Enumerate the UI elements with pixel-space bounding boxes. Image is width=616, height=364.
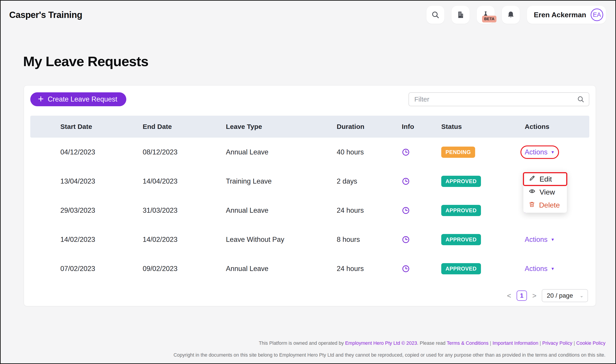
menu-item-delete-label: Delete <box>539 201 560 209</box>
column-header-end-date: End Date <box>143 123 226 130</box>
status-badge: PENDING <box>441 147 475 158</box>
user-menu-button[interactable]: Eren Ackerman EA <box>527 6 606 24</box>
column-header-actions: Actions <box>525 123 589 130</box>
user-name: Eren Ackerman <box>534 11 586 19</box>
table-row: 04/12/2023 08/12/2023 Annual Leave 40 ho… <box>30 138 589 167</box>
company-button[interactable] <box>452 6 469 24</box>
labs-button[interactable]: BETA <box>477 6 495 24</box>
footer: This Platform is owned and operated by E… <box>1 340 605 358</box>
plus-icon: + <box>38 94 44 104</box>
table-row: 07/02/2023 09/02/2023 Annual Leave 24 ho… <box>30 254 589 283</box>
chevron-down-icon: ▼ <box>551 237 555 242</box>
trash-icon <box>529 201 535 209</box>
eye-icon <box>529 188 536 196</box>
footer-text: . Please read <box>417 340 447 346</box>
cell-start-date: 07/02/2023 <box>60 265 143 273</box>
page-size-select[interactable]: 20 / page ⌄ <box>542 289 588 302</box>
status-badge: APPROVED <box>441 205 481 216</box>
cell-end-date: 31/03/2023 <box>143 207 226 214</box>
footer-line-1: This Platform is owned and operated by E… <box>1 340 605 347</box>
actions-label: Actions <box>525 235 548 244</box>
cell-start-date: 13/04/2023 <box>60 177 143 185</box>
status-cell: PENDING <box>441 147 525 158</box>
cell-duration: 8 hours <box>337 235 402 244</box>
page-title: My Leave Requests <box>23 53 615 70</box>
clock-icon[interactable] <box>402 265 441 273</box>
cookie-policy-link[interactable]: Cookie Policy <box>576 340 605 346</box>
search-icon <box>577 95 585 104</box>
clock-icon[interactable] <box>402 148 441 156</box>
create-leave-request-button[interactable]: + Create Leave Request <box>30 92 126 106</box>
page-size-value: 20 / page <box>547 292 573 299</box>
terms-conditions-link[interactable]: Terms & Conditions <box>447 340 488 346</box>
status-cell: APPROVED <box>441 263 525 274</box>
important-information-link[interactable]: Important Information <box>492 340 538 346</box>
beta-badge: BETA <box>482 16 496 22</box>
table-header-row: Start Date End Date Leave Type Duration … <box>30 116 589 138</box>
cell-duration: 40 hours <box>337 148 402 156</box>
actions-dropdown-button[interactable]: Actions ▼ <box>525 235 555 244</box>
actions-cell: Actions ▼ Edit <box>525 148 589 156</box>
create-leave-request-label: Create Leave Request <box>48 95 117 103</box>
pencil-icon <box>529 175 536 183</box>
bell-icon <box>507 11 515 19</box>
search-button[interactable] <box>427 6 444 24</box>
table-row: 29/03/2023 31/03/2023 Annual Leave 24 ho… <box>30 196 589 225</box>
filter-wrap <box>408 92 589 106</box>
topbar: Casper's Training BETA <box>1 1 615 25</box>
search-icon <box>431 11 440 19</box>
table-row: 13/04/2023 14/04/2023 Training Leave 2 d… <box>30 167 589 196</box>
status-badge: APPROVED <box>441 176 481 187</box>
status-badge: APPROVED <box>441 263 481 274</box>
status-cell: APPROVED <box>441 234 525 245</box>
column-header-leave-type: Leave Type <box>226 123 337 130</box>
footer-separator: | <box>489 340 493 346</box>
cell-duration: 24 hours <box>337 207 402 214</box>
actions-label: Actions <box>525 265 548 273</box>
footer-separator: | <box>538 340 542 346</box>
topbar-actions: BETA Eren Ackerman EA <box>427 6 606 24</box>
chevron-down-icon: ▼ <box>551 266 555 271</box>
column-header-status: Status <box>441 123 525 130</box>
cell-leave-type: Annual Leave <box>226 207 337 214</box>
table-row: 14/02/2023 14/02/2023 Leave Without Pay … <box>30 225 589 254</box>
previous-page-button[interactable]: < <box>507 292 511 300</box>
footer-text: This Platform is owned and operated by <box>259 340 345 346</box>
clock-icon[interactable] <box>402 207 441 214</box>
building-icon <box>456 10 465 19</box>
leave-requests-card: + Create Leave Request Start Date End Da… <box>24 85 596 306</box>
app-title: Casper's Training <box>9 10 82 20</box>
current-page-button[interactable]: 1 <box>517 290 527 301</box>
filter-input[interactable] <box>408 92 589 106</box>
cell-end-date: 08/12/2023 <box>143 148 226 156</box>
notifications-button[interactable] <box>502 6 520 24</box>
cell-leave-type: Leave Without Pay <box>226 235 337 244</box>
actions-label: Actions <box>525 148 548 156</box>
menu-item-delete[interactable]: Delete <box>523 199 567 212</box>
actions-cell: Actions ▼ <box>525 265 589 273</box>
cell-end-date: 14/02/2023 <box>143 235 226 244</box>
column-header-info: Info <box>402 123 441 130</box>
actions-dropdown-button[interactable]: Actions ▼ <box>525 148 555 156</box>
actions-dropdown-button[interactable]: Actions ▼ <box>525 265 555 273</box>
clock-icon[interactable] <box>402 235 441 244</box>
cell-start-date: 04/12/2023 <box>60 148 143 156</box>
menu-item-view[interactable]: View <box>523 186 567 199</box>
privacy-policy-link[interactable]: Privacy Policy <box>542 340 572 346</box>
avatar: EA <box>591 9 603 21</box>
cell-end-date: 09/02/2023 <box>143 265 226 273</box>
chevron-down-icon: ▼ <box>551 150 555 155</box>
cell-start-date: 14/02/2023 <box>60 235 143 244</box>
employment-hero-link[interactable]: Employment Hero Pty Ltd © 2023 <box>345 340 417 346</box>
actions-cell: Actions ▼ <box>525 235 589 244</box>
leave-requests-page: Casper's Training BETA <box>0 0 616 364</box>
menu-item-view-label: View <box>539 188 555 196</box>
cell-end-date: 14/04/2023 <box>143 177 226 185</box>
clock-icon[interactable] <box>402 177 441 185</box>
menu-item-edit-label: Edit <box>539 175 552 183</box>
cell-duration: 2 days <box>337 177 402 185</box>
status-cell: APPROVED <box>441 176 525 187</box>
next-page-button[interactable]: > <box>532 292 536 300</box>
menu-item-edit[interactable]: Edit <box>523 173 567 186</box>
status-badge: APPROVED <box>441 234 481 245</box>
